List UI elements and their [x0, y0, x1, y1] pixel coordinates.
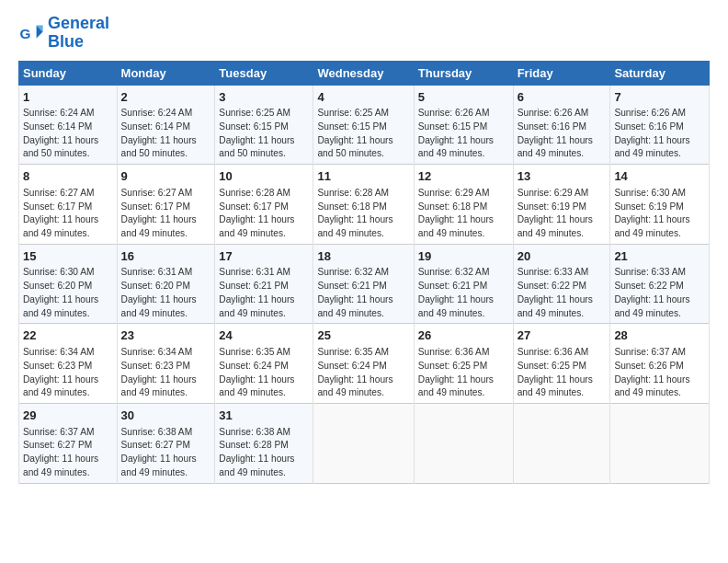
calendar-cell: 25 Sunrise: 6:35 AMSunset: 6:24 PMDaylig…	[313, 324, 414, 404]
day-info: Sunrise: 6:28 AMSunset: 6:18 PMDaylight:…	[317, 188, 392, 238]
day-number: 16	[121, 248, 211, 265]
calendar-cell	[414, 404, 513, 484]
calendar-cell: 29 Sunrise: 6:37 AMSunset: 6:27 PMDaylig…	[19, 404, 118, 484]
calendar-week-row: 15 Sunrise: 6:30 AMSunset: 6:20 PMDaylig…	[19, 244, 710, 324]
page: G General Blue SundayMondayTuesdayWednes…	[0, 0, 728, 563]
day-info: Sunrise: 6:31 AMSunset: 6:21 PMDaylight:…	[219, 267, 294, 317]
day-info: Sunrise: 6:34 AMSunset: 6:23 PMDaylight:…	[23, 347, 98, 397]
svg-text:G: G	[19, 25, 30, 40]
calendar-cell: 11 Sunrise: 6:28 AMSunset: 6:18 PMDaylig…	[313, 165, 414, 245]
day-number: 25	[317, 327, 409, 344]
calendar-cell	[610, 404, 710, 484]
calendar-cell: 5 Sunrise: 6:26 AMSunset: 6:15 PMDayligh…	[414, 85, 513, 165]
day-number: 23	[121, 327, 211, 344]
calendar-cell: 18 Sunrise: 6:32 AMSunset: 6:21 PMDaylig…	[313, 244, 414, 324]
day-info: Sunrise: 6:29 AMSunset: 6:19 PMDaylight:…	[518, 188, 593, 238]
day-info: Sunrise: 6:33 AMSunset: 6:22 PMDaylight:…	[614, 267, 689, 317]
logo: G General Blue	[18, 15, 109, 52]
day-number: 21	[614, 248, 705, 265]
calendar-cell: 1 Sunrise: 6:24 AMSunset: 6:14 PMDayligh…	[19, 85, 118, 165]
day-number: 3	[219, 89, 309, 106]
calendar-cell: 4 Sunrise: 6:25 AMSunset: 6:15 PMDayligh…	[313, 85, 414, 165]
calendar-cell: 16 Sunrise: 6:31 AMSunset: 6:20 PMDaylig…	[117, 244, 215, 324]
calendar-day-header: Sunday	[19, 61, 118, 85]
calendar-week-row: 1 Sunrise: 6:24 AMSunset: 6:14 PMDayligh…	[19, 85, 710, 165]
day-info: Sunrise: 6:36 AMSunset: 6:25 PMDaylight:…	[418, 347, 494, 397]
calendar-cell: 26 Sunrise: 6:36 AMSunset: 6:25 PMDaylig…	[414, 324, 513, 404]
calendar-cell: 14 Sunrise: 6:30 AMSunset: 6:19 PMDaylig…	[610, 165, 710, 245]
day-number: 28	[614, 327, 705, 344]
day-number: 30	[121, 408, 211, 424]
calendar-cell	[313, 404, 414, 484]
calendar-table: SundayMondayTuesdayWednesdayThursdayFrid…	[18, 61, 710, 484]
calendar-cell: 3 Sunrise: 6:25 AMSunset: 6:15 PMDayligh…	[215, 85, 313, 165]
day-number: 6	[518, 89, 607, 106]
day-number: 20	[518, 248, 607, 265]
calendar-cell: 28 Sunrise: 6:37 AMSunset: 6:26 PMDaylig…	[610, 324, 710, 404]
calendar-day-header: Saturday	[610, 61, 710, 85]
day-number: 14	[614, 168, 705, 185]
calendar-cell: 17 Sunrise: 6:31 AMSunset: 6:21 PMDaylig…	[215, 244, 313, 324]
calendar-cell: 7 Sunrise: 6:26 AMSunset: 6:16 PMDayligh…	[610, 85, 710, 165]
calendar-cell: 19 Sunrise: 6:32 AMSunset: 6:21 PMDaylig…	[414, 244, 513, 324]
day-number: 17	[219, 248, 309, 265]
day-number: 9	[121, 168, 211, 185]
day-info: Sunrise: 6:31 AMSunset: 6:20 PMDaylight:…	[121, 267, 197, 317]
calendar-cell: 2 Sunrise: 6:24 AMSunset: 6:14 PMDayligh…	[117, 85, 215, 165]
calendar-day-header: Friday	[513, 61, 610, 85]
calendar-cell	[513, 404, 610, 484]
day-info: Sunrise: 6:38 AMSunset: 6:28 PMDaylight:…	[219, 427, 294, 477]
day-number: 1	[23, 89, 113, 106]
day-number: 19	[418, 248, 509, 265]
day-number: 4	[317, 89, 409, 106]
day-info: Sunrise: 6:25 AMSunset: 6:15 PMDaylight:…	[219, 108, 294, 158]
calendar-week-row: 22 Sunrise: 6:34 AMSunset: 6:23 PMDaylig…	[19, 324, 710, 404]
day-info: Sunrise: 6:32 AMSunset: 6:21 PMDaylight:…	[418, 267, 494, 317]
day-number: 10	[219, 168, 309, 185]
day-info: Sunrise: 6:26 AMSunset: 6:16 PMDaylight:…	[518, 108, 593, 158]
calendar-cell: 24 Sunrise: 6:35 AMSunset: 6:24 PMDaylig…	[215, 324, 313, 404]
calendar-cell: 6 Sunrise: 6:26 AMSunset: 6:16 PMDayligh…	[513, 85, 610, 165]
header: G General Blue	[18, 15, 710, 52]
calendar-day-header: Monday	[117, 61, 215, 85]
day-info: Sunrise: 6:24 AMSunset: 6:14 PMDaylight:…	[121, 108, 197, 158]
day-info: Sunrise: 6:33 AMSunset: 6:22 PMDaylight:…	[518, 267, 593, 317]
logo-icon: G	[18, 20, 44, 46]
calendar-week-row: 29 Sunrise: 6:37 AMSunset: 6:27 PMDaylig…	[19, 404, 710, 484]
day-number: 11	[317, 168, 409, 185]
calendar-day-header: Tuesday	[215, 61, 313, 85]
day-info: Sunrise: 6:24 AMSunset: 6:14 PMDaylight:…	[23, 108, 98, 158]
calendar-cell: 23 Sunrise: 6:34 AMSunset: 6:23 PMDaylig…	[117, 324, 215, 404]
calendar-cell: 15 Sunrise: 6:30 AMSunset: 6:20 PMDaylig…	[19, 244, 118, 324]
calendar-day-header: Wednesday	[313, 61, 414, 85]
day-number: 12	[418, 168, 509, 185]
day-info: Sunrise: 6:34 AMSunset: 6:23 PMDaylight:…	[121, 347, 197, 397]
day-info: Sunrise: 6:38 AMSunset: 6:27 PMDaylight:…	[121, 427, 197, 477]
day-number: 27	[518, 327, 607, 344]
day-info: Sunrise: 6:27 AMSunset: 6:17 PMDaylight:…	[121, 188, 197, 238]
logo-text: General Blue	[48, 15, 109, 52]
day-info: Sunrise: 6:37 AMSunset: 6:26 PMDaylight:…	[614, 347, 689, 397]
day-info: Sunrise: 6:30 AMSunset: 6:20 PMDaylight:…	[23, 267, 98, 317]
day-info: Sunrise: 6:36 AMSunset: 6:25 PMDaylight:…	[518, 347, 593, 397]
day-number: 18	[317, 248, 409, 265]
calendar-cell: 9 Sunrise: 6:27 AMSunset: 6:17 PMDayligh…	[117, 165, 215, 245]
day-info: Sunrise: 6:28 AMSunset: 6:17 PMDaylight:…	[219, 188, 294, 238]
calendar-cell: 21 Sunrise: 6:33 AMSunset: 6:22 PMDaylig…	[610, 244, 710, 324]
day-number: 26	[418, 327, 509, 344]
day-info: Sunrise: 6:26 AMSunset: 6:15 PMDaylight:…	[418, 108, 494, 158]
day-number: 13	[518, 168, 607, 185]
calendar-week-row: 8 Sunrise: 6:27 AMSunset: 6:17 PMDayligh…	[19, 165, 710, 245]
day-number: 22	[23, 327, 113, 344]
calendar-header-row: SundayMondayTuesdayWednesdayThursdayFrid…	[19, 61, 710, 85]
day-info: Sunrise: 6:35 AMSunset: 6:24 PMDaylight:…	[317, 347, 392, 397]
day-number: 29	[23, 408, 113, 424]
calendar-cell: 27 Sunrise: 6:36 AMSunset: 6:25 PMDaylig…	[513, 324, 610, 404]
calendar-cell: 12 Sunrise: 6:29 AMSunset: 6:18 PMDaylig…	[414, 165, 513, 245]
day-info: Sunrise: 6:29 AMSunset: 6:18 PMDaylight:…	[418, 188, 494, 238]
day-number: 15	[23, 248, 113, 265]
day-info: Sunrise: 6:25 AMSunset: 6:15 PMDaylight:…	[317, 108, 392, 158]
day-number: 5	[418, 89, 509, 106]
day-info: Sunrise: 6:37 AMSunset: 6:27 PMDaylight:…	[23, 427, 98, 477]
day-number: 2	[121, 89, 211, 106]
